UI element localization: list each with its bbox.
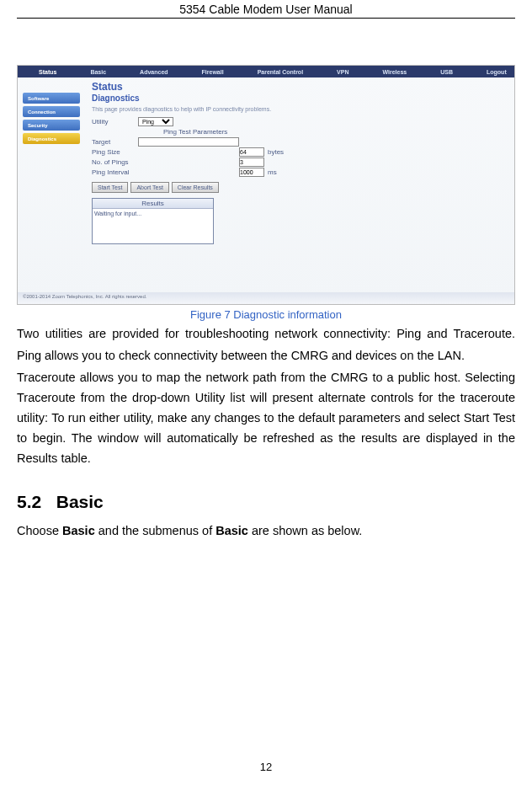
paragraph-1: Two utilities are provided for troublesh… — [17, 324, 515, 344]
nopings-label: No. of Pings — [92, 158, 138, 166]
panel-description: This page provides diagnostics to help w… — [92, 106, 508, 112]
utility-row: Utility Ping — [92, 117, 508, 126]
page-number: 12 — [0, 761, 532, 773]
router-sidebar: Software Connection Security Diagnostics — [18, 77, 85, 292]
nav-basic[interactable]: Basic — [90, 69, 106, 75]
nav-status[interactable]: Status — [39, 69, 56, 75]
basic-bold-2: Basic — [215, 524, 248, 537]
results-header: Results — [93, 199, 213, 209]
figure-screenshot: Status Basic Advanced Firewall Parental … — [17, 65, 515, 305]
basic-bold-1: Basic — [62, 524, 95, 537]
paragraph-3: Traceroute allows you to map the network… — [17, 368, 515, 469]
clear-results-button[interactable]: Clear Results — [172, 182, 219, 193]
pingsize-unit: bytes — [268, 148, 284, 156]
panel-subtitle: Diagnostics — [92, 93, 508, 103]
pingsize-row: Ping Size bytes — [92, 147, 508, 157]
paragraph-2: Ping allows you to check connectivity be… — [17, 346, 515, 366]
interval-label: Ping Interval — [92, 168, 138, 176]
nopings-input[interactable] — [239, 158, 264, 167]
sidebar-diagnostics[interactable]: Diagnostics — [23, 133, 80, 144]
nav-usb[interactable]: USB — [440, 69, 453, 75]
target-row: Target — [92, 137, 508, 147]
sidebar-software[interactable]: Software — [23, 93, 80, 104]
section-title: Basic — [56, 492, 104, 511]
manual-title: 5354 Cable Modem User Manual — [179, 3, 352, 16]
nav-firewall[interactable]: Firewall — [202, 69, 224, 75]
page-header: 5354 Cable Modem User Manual — [17, 0, 515, 19]
interval-input[interactable] — [239, 168, 264, 177]
target-label: Target — [92, 138, 138, 146]
router-body: Software Connection Security Diagnostics… — [18, 77, 514, 292]
nav-logout[interactable]: Logout — [487, 69, 507, 75]
panel-title: Status — [92, 81, 508, 93]
nav-parental[interactable]: Parental Control — [258, 69, 303, 75]
router-nav-bar: Status Basic Advanced Firewall Parental … — [18, 66, 514, 77]
utility-label: Utility — [92, 118, 138, 125]
basic-sentence: Choose Basic and the submenus of Basic a… — [17, 524, 515, 537]
page-content: Status Basic Advanced Firewall Parental … — [0, 65, 532, 537]
utility-select[interactable]: Ping — [138, 117, 173, 126]
button-row: Start Test Abort Test Clear Results — [92, 182, 508, 193]
nopings-row: No. of Pings — [92, 158, 508, 167]
results-body: Waiting for input... — [93, 209, 213, 218]
interval-row: Ping Interval ms — [92, 168, 508, 177]
nav-advanced[interactable]: Advanced — [140, 69, 168, 75]
results-box: Results Waiting for input... — [92, 198, 214, 244]
abort-test-button[interactable]: Abort Test — [130, 182, 168, 193]
figure-caption: Figure 7 Diagnostic information — [17, 308, 515, 321]
nav-vpn[interactable]: VPN — [337, 69, 348, 75]
nav-wireless[interactable]: Wireless — [383, 69, 407, 75]
section-heading: 5.2 Basic — [17, 492, 515, 512]
pingsize-label: Ping Size — [92, 148, 138, 156]
pingsize-input[interactable] — [239, 147, 264, 157]
start-test-button[interactable]: Start Test — [92, 182, 128, 193]
sidebar-connection[interactable]: Connection — [23, 106, 80, 117]
section-number: 5.2 — [17, 492, 41, 511]
target-input[interactable] — [138, 137, 239, 147]
sidebar-security[interactable]: Security — [23, 120, 80, 131]
interval-unit: ms — [268, 168, 277, 176]
router-main-panel: Status Diagnostics This page provides di… — [85, 77, 514, 292]
params-title: Ping Test Parameters — [163, 128, 508, 136]
copyright-bar: ©2001-2014 Zoom Telephonics, Inc. All ri… — [18, 292, 514, 304]
